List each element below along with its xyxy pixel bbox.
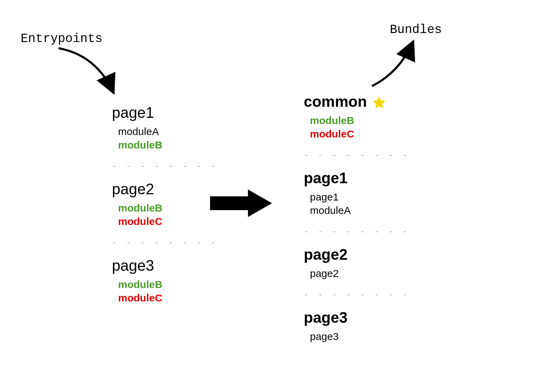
entry-module: moduleB bbox=[118, 201, 218, 215]
entry-module: moduleA bbox=[118, 125, 218, 138]
entry-title: page2 bbox=[112, 180, 218, 198]
bundle-group-page3: page3 page3 bbox=[304, 309, 409, 343]
group-divider: - - - - - - - - bbox=[304, 150, 409, 160]
bundle-module: page1 bbox=[310, 190, 409, 204]
bundle-title: common bbox=[304, 93, 367, 110]
bundle-group-page1: page1 page1 moduleA bbox=[304, 169, 409, 217]
group-divider: - - - - - - - - bbox=[112, 161, 218, 171]
bundle-module: moduleC bbox=[310, 127, 409, 141]
entry-module: moduleB bbox=[118, 138, 218, 152]
group-divider: - - - - - - - - bbox=[112, 238, 218, 247]
entry-title: page3 bbox=[112, 257, 218, 274]
bundle-module: moduleA bbox=[310, 204, 409, 217]
bundle-group-common: common moduleB moduleC bbox=[304, 93, 409, 141]
entry-group-page1: page1 moduleA moduleB bbox=[112, 104, 218, 152]
entry-module: moduleC bbox=[118, 291, 218, 305]
bundle-module: page2 bbox=[310, 267, 409, 280]
entry-group-page3: page3 moduleB moduleC bbox=[112, 257, 218, 305]
svg-marker-0 bbox=[210, 189, 272, 217]
entry-module: moduleC bbox=[118, 215, 218, 228]
entrypoints-column: page1 moduleA moduleB - - - - - - - - pa… bbox=[112, 104, 218, 305]
entry-module: moduleB bbox=[118, 278, 218, 291]
group-divider: - - - - - - - - bbox=[304, 227, 409, 236]
bundle-module: moduleB bbox=[310, 114, 409, 127]
bundle-title: page2 bbox=[304, 246, 409, 263]
bundle-group-page2: page2 page2 bbox=[304, 246, 409, 280]
star-icon bbox=[372, 95, 387, 112]
bundle-title: page3 bbox=[304, 309, 409, 326]
bundles-column: common moduleB moduleC - - - - - - - - p… bbox=[304, 93, 409, 343]
bundle-module: page3 bbox=[310, 330, 409, 343]
entry-group-page2: page2 moduleB moduleC bbox=[112, 180, 218, 228]
entrypoints-label: Entrypoints bbox=[21, 32, 103, 46]
group-divider: - - - - - - - - bbox=[304, 290, 409, 299]
bundle-title: page1 bbox=[304, 169, 409, 187]
entry-title: page1 bbox=[112, 104, 218, 121]
entrypoints-arrow bbox=[52, 45, 131, 103]
bundles-arrow bbox=[365, 34, 434, 93]
